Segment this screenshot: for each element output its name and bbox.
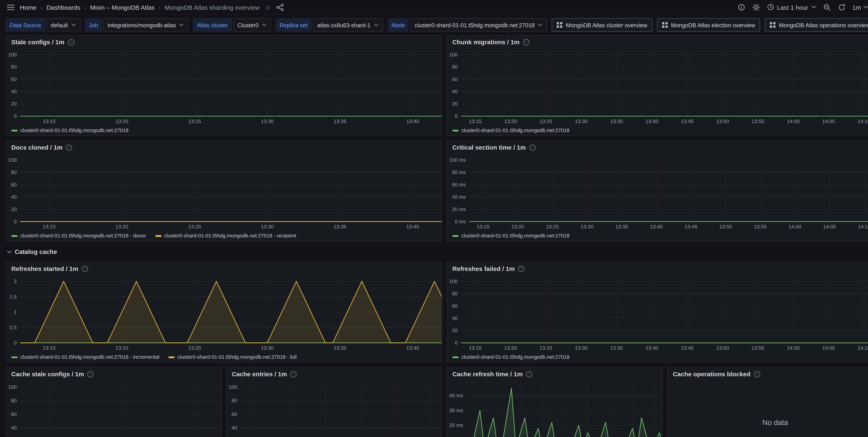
- job-dropdown[interactable]: integrations/mongodb-atlas: [103, 18, 188, 32]
- node-dropdown[interactable]: cluster0-shard-01-01.t5hdg.mongodb.net:2…: [410, 18, 547, 32]
- apps-icon: [557, 22, 562, 28]
- svg-text:0: 0: [14, 340, 17, 346]
- svg-text:13:40: 13:40: [406, 224, 419, 229]
- breadcrumb: Home › Dashboards › Mixin – MongoDB Atla…: [20, 4, 259, 10]
- panel-docs-cloned: Docs cloned / 1m i 02040608010013:1513:2…: [6, 141, 442, 241]
- panel-info-icon[interactable]: i: [82, 266, 88, 272]
- panel-info-icon[interactable]: i: [290, 371, 297, 377]
- svg-text:13:30: 13:30: [575, 118, 588, 124]
- panel-title: Cache entries / 1m: [232, 371, 287, 377]
- legend-swatch: [453, 129, 459, 131]
- panel-header[interactable]: Cache entries / 1m i: [227, 368, 442, 380]
- svg-text:20: 20: [452, 327, 458, 333]
- breadcrumb-folder[interactable]: Mixin – MongoDB Atlas: [90, 4, 155, 10]
- filter-replica-set: Replica set atlas-zx8u63-shard-1: [276, 18, 383, 32]
- row-title: Catalog cache: [15, 248, 57, 255]
- chevron-down-icon: [262, 23, 267, 27]
- panel-info-icon[interactable]: i: [529, 144, 535, 151]
- panel-title: Cache refresh time / 1m: [453, 371, 523, 377]
- filter-label: Job: [85, 18, 102, 32]
- gear-icon[interactable]: [752, 3, 760, 11]
- panel-header[interactable]: Cache stale configs / 1m i: [6, 368, 221, 380]
- time-range-label: Last 1 hour: [777, 4, 808, 10]
- svg-text:60: 60: [452, 76, 458, 82]
- info-icon[interactable]: [737, 3, 745, 11]
- chevron-down-icon: [7, 250, 12, 254]
- legend-item[interactable]: cluster0-shard-01-01.t5hdg.mongodb.net:2…: [11, 128, 128, 133]
- breadcrumb-separator: ›: [40, 4, 42, 10]
- breadcrumb-dashboards[interactable]: Dashboards: [46, 4, 80, 10]
- panel-header[interactable]: Stale configs / 1m i: [6, 36, 442, 48]
- row-catalog-cache[interactable]: Catalog cache: [6, 246, 868, 257]
- svg-text:13:15: 13:15: [43, 224, 56, 229]
- svg-text:13:40: 13:40: [646, 345, 658, 351]
- svg-text:13:30: 13:30: [575, 345, 588, 351]
- legend-item[interactable]: cluster0-shard-01-01.t5hdg.mongodb.net:2…: [155, 233, 296, 239]
- link-cluster-overview[interactable]: MongoDB Atlas cluster overview: [552, 18, 652, 32]
- panel-info-icon[interactable]: i: [66, 144, 72, 151]
- panel-info-icon[interactable]: i: [523, 39, 529, 45]
- legend-label: cluster0-shard-01-01.t5hdg.mongodb.net:2…: [461, 354, 569, 360]
- panel-title: Stale configs / 1m: [11, 38, 64, 45]
- link-operations-overview[interactable]: MongoDB Atlas operations overview: [765, 18, 868, 32]
- legend-item[interactable]: cluster0-shard-01-01.t5hdg.mongodb.net:2…: [168, 354, 297, 360]
- svg-text:20: 20: [11, 206, 17, 212]
- panel-header[interactable]: Cache refresh time / 1m i: [447, 368, 662, 380]
- svg-text:14:05: 14:05: [822, 345, 835, 351]
- panel-header[interactable]: Cache operations blocked i: [668, 368, 868, 380]
- legend-item[interactable]: cluster0-shard-01-01.t5hdg.mongodb.net:2…: [453, 233, 569, 239]
- atlas-cluster-dropdown[interactable]: Cluster0: [233, 18, 271, 32]
- panel-title: Refreshes started / 1m: [11, 265, 78, 272]
- legend-item[interactable]: cluster0-shard-01-01.t5hdg.mongodb.net:2…: [453, 128, 569, 133]
- share-icon[interactable]: [276, 3, 284, 11]
- panel-chart: 02040608010013:1513:2013:2513:3013:3513:…: [6, 154, 442, 231]
- replica-set-dropdown[interactable]: atlas-zx8u63-shard-1: [313, 18, 383, 32]
- legend-label: cluster0-shard-01-01.t5hdg.mongodb.net:2…: [178, 354, 297, 360]
- svg-text:60: 60: [11, 182, 17, 187]
- legend-item[interactable]: cluster0-shard-01-01.t5hdg.mongodb.net:2…: [11, 233, 146, 239]
- svg-text:40 ms: 40 ms: [452, 194, 466, 200]
- svg-text:14:00: 14:00: [787, 345, 800, 351]
- refresh-icon[interactable]: [838, 3, 846, 11]
- panel-header[interactable]: Docs cloned / 1m i: [6, 141, 442, 154]
- time-range-picker[interactable]: Last 1 hour: [767, 3, 816, 11]
- link-election-overview[interactable]: MongoDB Atlas election overview: [657, 18, 760, 32]
- panel-info-icon[interactable]: i: [526, 371, 532, 377]
- zoom-out-icon[interactable]: [823, 3, 831, 11]
- panel-info-icon[interactable]: i: [518, 266, 524, 272]
- breadcrumb-home[interactable]: Home: [20, 4, 36, 10]
- svg-text:60: 60: [11, 76, 17, 82]
- data-source-dropdown[interactable]: default: [46, 18, 80, 32]
- panel-info-icon[interactable]: i: [68, 39, 74, 45]
- refresh-interval-picker[interactable]: 1m: [852, 4, 868, 10]
- svg-text:13:50: 13:50: [716, 118, 729, 124]
- panel-chart: 02040608010013:1513:2013:2513:3013:3513:…: [447, 275, 868, 352]
- link-label: MongoDB Atlas operations overview: [779, 22, 868, 28]
- svg-text:13:55: 13:55: [754, 224, 767, 229]
- panel-cache-operations-blocked: Cache operations blocked i No data: [667, 367, 868, 437]
- svg-text:100: 100: [449, 52, 458, 57]
- legend-label: cluster0-shard-01-01.t5hdg.mongodb.net:2…: [164, 233, 296, 239]
- svg-text:13:45: 13:45: [681, 118, 694, 124]
- panel-cache-entries: Cache entries / 1m i 02040608010013:1513…: [226, 367, 442, 437]
- panel-header[interactable]: Refreshes failed / 1m i: [447, 262, 868, 275]
- panel-info-icon[interactable]: i: [88, 371, 94, 377]
- dashboard-links: MongoDB Atlas cluster overview MongoDB A…: [552, 18, 868, 32]
- panel-header[interactable]: Refreshes started / 1m i: [6, 262, 442, 275]
- clock-icon: [767, 3, 774, 11]
- svg-text:13:40: 13:40: [406, 118, 419, 124]
- panel-header[interactable]: Critical section time / 1m i: [447, 141, 868, 154]
- svg-text:13:25: 13:25: [188, 224, 201, 229]
- apps-icon: [662, 22, 668, 28]
- svg-text:13:35: 13:35: [334, 118, 346, 124]
- panel-title: Cache operations blocked: [673, 371, 750, 377]
- panel-header[interactable]: Chunk migrations / 1m i: [447, 36, 868, 48]
- legend-item[interactable]: cluster0-shard-01-01.t5hdg.mongodb.net:2…: [11, 354, 159, 360]
- hamburger-menu-icon[interactable]: [7, 4, 15, 10]
- panel-info-icon[interactable]: i: [754, 371, 760, 377]
- svg-text:13:40: 13:40: [406, 345, 419, 351]
- star-icon[interactable]: ☆: [265, 4, 271, 10]
- svg-text:13:35: 13:35: [334, 345, 346, 351]
- legend-item[interactable]: cluster0-shard-01-01.t5hdg.mongodb.net:2…: [453, 354, 569, 360]
- svg-text:13:25: 13:25: [546, 224, 559, 229]
